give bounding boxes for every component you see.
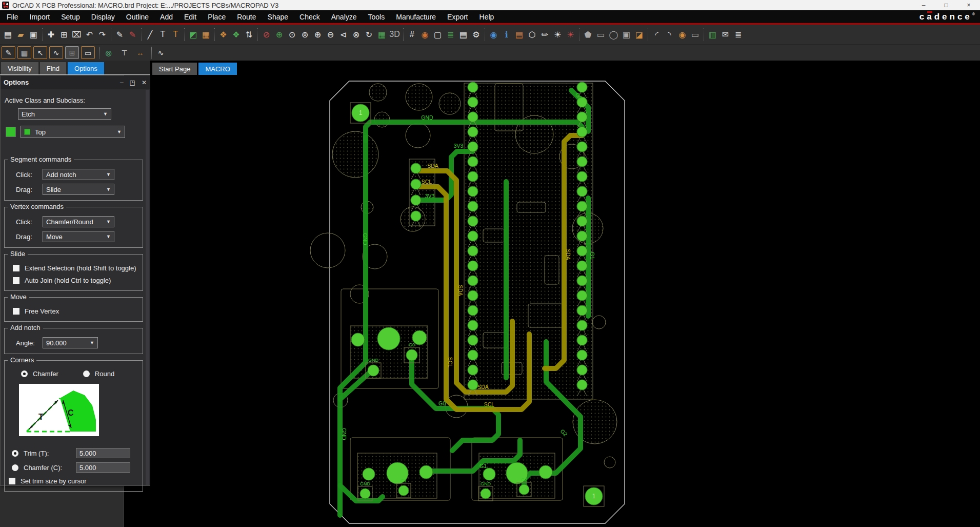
menu-item-edit[interactable]: Edit bbox=[178, 10, 202, 23]
vertex-tool-icon[interactable]: ❖ bbox=[217, 27, 230, 42]
save-icon[interactable]: ▣ bbox=[27, 27, 40, 42]
menu-item-analyze[interactable]: Analyze bbox=[326, 10, 363, 23]
tab-find[interactable]: Find bbox=[40, 62, 66, 74]
copy-mode-icon[interactable]: ⊞ bbox=[65, 46, 79, 59]
shape-polygon-icon[interactable]: ⬟ bbox=[582, 27, 594, 42]
panel-minimize-icon[interactable]: – bbox=[120, 79, 124, 86]
panel-close-icon[interactable]: ✕ bbox=[142, 79, 147, 86]
segment-drag-dropdown[interactable]: Slide▼ bbox=[43, 184, 114, 195]
trim-input[interactable] bbox=[76, 448, 130, 458]
extend-selection-checkbox[interactable] bbox=[13, 265, 19, 271]
zoom-fit-icon[interactable]: ⊗ bbox=[350, 27, 363, 42]
rats-off-icon[interactable]: ⊘ bbox=[260, 27, 273, 42]
color-browser-icon[interactable]: ▢ bbox=[431, 27, 444, 42]
pcb-design-view[interactable]: G0GNDG1GNDG2GND11GNDGNDGND3V33V3SDASCLSD… bbox=[124, 75, 980, 527]
menu-item-manufacture[interactable]: Manufacture bbox=[390, 10, 442, 23]
menu-item-shape[interactable]: Shape bbox=[262, 10, 294, 23]
free-vertex-checkbox[interactable] bbox=[13, 308, 19, 315]
zoom-out-icon[interactable]: ⊖ bbox=[324, 27, 337, 42]
tab-options[interactable]: Options bbox=[68, 62, 104, 74]
tab-start-page[interactable]: Start Page bbox=[152, 63, 197, 75]
highlight-on-icon[interactable]: ☀ bbox=[551, 27, 564, 42]
panel-scrollbar[interactable] bbox=[146, 90, 149, 485]
frame-select-icon[interactable]: ▭ bbox=[81, 46, 95, 59]
properties-info-icon[interactable]: ℹ bbox=[500, 27, 513, 42]
open-folder-icon[interactable]: ▰ bbox=[14, 27, 27, 42]
parameters-icon[interactable]: ⚙ bbox=[470, 27, 483, 42]
menu-item-tools[interactable]: Tools bbox=[363, 10, 391, 23]
shape-circle-icon[interactable]: ◯ bbox=[607, 27, 620, 42]
commands-icon[interactable]: ≣ bbox=[732, 27, 745, 42]
snapshot-icon[interactable]: ◉ bbox=[676, 27, 689, 42]
tab-macro[interactable]: MACRO bbox=[198, 63, 236, 75]
align-drop-icon[interactable]: ⊤ bbox=[117, 46, 131, 59]
rats-on-icon[interactable]: ⊕ bbox=[273, 27, 286, 42]
artwork-pen-icon[interactable]: ✏ bbox=[538, 27, 551, 42]
reports-icon[interactable]: ▤ bbox=[457, 27, 470, 42]
spacing-tool-icon[interactable]: ⇅ bbox=[243, 27, 255, 42]
export-report-icon[interactable]: ▥ bbox=[706, 27, 719, 42]
exchange-icon[interactable]: ✉ bbox=[719, 27, 732, 42]
chamfer-input[interactable] bbox=[76, 462, 130, 473]
cursor-select-icon[interactable]: ↖ bbox=[33, 46, 47, 59]
waveform-icon[interactable]: ∿ bbox=[49, 46, 63, 59]
zoom-in-icon[interactable]: ⊕ bbox=[311, 27, 324, 42]
probe-signals-icon[interactable]: ∿ bbox=[154, 46, 168, 59]
menu-item-import[interactable]: Import bbox=[24, 10, 56, 23]
layer-color-swatch[interactable] bbox=[6, 127, 16, 137]
round-radio[interactable] bbox=[83, 370, 90, 377]
unfillet-icon[interactable]: ◝ bbox=[663, 27, 676, 42]
solid-box-icon[interactable]: ⬡ bbox=[526, 27, 538, 42]
auto-join-checkbox[interactable] bbox=[13, 277, 19, 284]
chip-select-icon[interactable]: ▦ bbox=[17, 46, 31, 59]
shape-select-icon[interactable]: ▣ bbox=[620, 27, 633, 42]
fillet-icon[interactable]: ◜ bbox=[650, 27, 663, 42]
zoom-pick-icon[interactable]: ⊚ bbox=[298, 27, 311, 42]
menu-item-setup[interactable]: Setup bbox=[55, 10, 86, 23]
measure-icon[interactable]: ↔ bbox=[133, 46, 147, 59]
shape-edit-icon[interactable]: ◪ bbox=[633, 27, 646, 42]
minimize-button[interactable]: – bbox=[912, 0, 935, 10]
close-button[interactable]: × bbox=[957, 0, 980, 10]
visibility-eye-icon[interactable]: ◉ bbox=[487, 27, 500, 42]
color-dialog-icon[interactable]: ◉ bbox=[418, 27, 431, 42]
class-dropdown[interactable]: Etch ▼ bbox=[18, 108, 111, 120]
etch-edit-icon[interactable]: ✎ bbox=[2, 46, 15, 59]
view-3d-icon[interactable]: 3D bbox=[388, 27, 401, 42]
place-module-icon[interactable]: ▦ bbox=[199, 27, 212, 42]
pcb-canvas[interactable]: G0GNDG1GNDG2GND11GNDGNDGND3V33V3SDASCLSD… bbox=[124, 75, 980, 527]
vertex-drag-dropdown[interactable]: Move▼ bbox=[43, 231, 114, 242]
slant-line-icon[interactable]: ✎ bbox=[113, 27, 126, 42]
maximize-button[interactable]: □ bbox=[935, 0, 957, 10]
shape-rect-icon[interactable]: ▭ bbox=[594, 27, 607, 42]
menu-item-file[interactable]: File bbox=[1, 10, 24, 23]
zoom-previous-icon[interactable]: ⊲ bbox=[337, 27, 350, 42]
menu-item-place[interactable]: Place bbox=[202, 10, 231, 23]
chamfer-radio[interactable] bbox=[21, 370, 28, 377]
bend-tool-icon[interactable]: ❖ bbox=[230, 27, 243, 42]
set-trim-by-cursor-checkbox[interactable] bbox=[9, 478, 15, 484]
undo-icon[interactable]: ↶ bbox=[83, 27, 96, 42]
cross-section-icon[interactable]: ▤ bbox=[513, 27, 526, 42]
angle-dropdown[interactable]: 90.000▼ bbox=[43, 337, 98, 348]
subclass-dropdown[interactable]: Top ▼ bbox=[21, 126, 125, 138]
panel-float-icon[interactable]: ◳ bbox=[130, 79, 135, 86]
new-file-icon[interactable]: ▤ bbox=[2, 27, 14, 42]
options-panel-header[interactable]: Options – ◳ ✕ bbox=[1, 76, 150, 89]
redo-icon[interactable]: ↷ bbox=[96, 27, 109, 42]
menu-item-export[interactable]: Export bbox=[442, 10, 473, 23]
trim-radio[interactable] bbox=[12, 450, 18, 457]
menu-item-outline[interactable]: Outline bbox=[121, 10, 154, 23]
delete-icon[interactable]: ⌧ bbox=[70, 27, 83, 42]
pipe-icon[interactable]: ▭ bbox=[689, 27, 702, 42]
tab-visibility[interactable]: Visibility bbox=[1, 62, 38, 74]
chamfer-size-radio[interactable] bbox=[12, 464, 18, 471]
zoom-points-icon[interactable]: ⊙ bbox=[286, 27, 298, 42]
grid-toggle-icon[interactable]: # bbox=[406, 27, 418, 42]
move-icon[interactable]: ✚ bbox=[45, 27, 57, 42]
menu-item-route[interactable]: Route bbox=[231, 10, 262, 23]
zoom-area-icon[interactable]: ◎ bbox=[102, 46, 115, 59]
vertex-click-dropdown[interactable]: Chamfer/Round▼ bbox=[43, 216, 114, 227]
redraw-icon[interactable]: ↻ bbox=[363, 27, 375, 42]
add-text-box-icon[interactable]: T bbox=[169, 27, 182, 42]
